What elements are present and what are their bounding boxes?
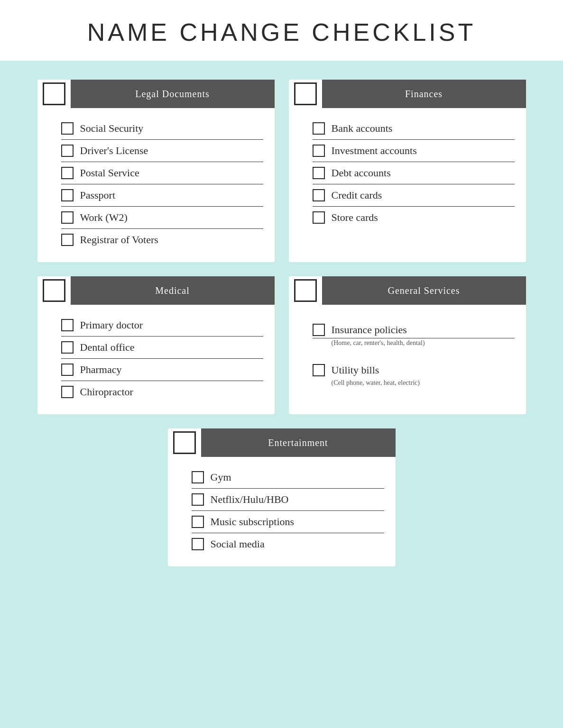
list-item: Netflix/Hulu/HBO — [192, 489, 384, 511]
item-checkbox[interactable] — [61, 319, 74, 331]
legal-documents-card: Legal Documents Social Security Driver's… — [37, 80, 275, 262]
entertainment-card: Entertainment Gym Netflix/Hulu/HBO Music… — [168, 428, 396, 566]
item-label: Driver's License — [80, 145, 148, 157]
list-item: Social Security — [61, 118, 263, 140]
item-label: Gym — [211, 471, 231, 483]
item-label: Dental office — [80, 341, 135, 354]
item-label: Music subscriptions — [211, 516, 295, 528]
item-sublabel: (Cell phone, water, heat, electric) — [332, 379, 515, 387]
list-item: Debt accounts — [313, 162, 515, 184]
list-item: Pharmacy — [61, 359, 263, 381]
item-checkbox[interactable] — [61, 386, 74, 398]
item-checkbox[interactable] — [313, 122, 325, 135]
medical-big-checkbox[interactable] — [37, 276, 71, 305]
item-checkbox[interactable] — [61, 234, 74, 246]
list-item: Work (W2) — [61, 207, 263, 229]
item-label: Social Security — [80, 122, 144, 135]
big-checkbox-box[interactable] — [43, 279, 65, 302]
item-checkbox[interactable] — [192, 471, 204, 483]
list-item: Utility bills — [313, 359, 515, 378]
item-checkbox[interactable] — [192, 516, 204, 528]
item-label: Primary doctor — [80, 319, 143, 331]
list-item: Social media — [192, 533, 384, 555]
list-item: Music subscriptions — [192, 511, 384, 533]
list-item-with-sub: Utility bills (Cell phone, water, heat, … — [313, 355, 515, 394]
medical-card: Medical Primary doctor Dental office Pha… — [37, 276, 275, 414]
general-services-header: General Services — [289, 276, 526, 305]
item-checkbox[interactable] — [313, 145, 325, 157]
big-checkbox-box[interactable] — [294, 279, 317, 302]
item-checkbox[interactable] — [313, 167, 325, 179]
item-label: Netflix/Hulu/HBO — [211, 493, 289, 506]
item-checkbox[interactable] — [313, 189, 325, 201]
item-checkbox[interactable] — [61, 145, 74, 157]
item-checkbox[interactable] — [61, 364, 74, 376]
item-label: Work (W2) — [80, 211, 128, 224]
item-checkbox[interactable] — [61, 341, 74, 354]
item-label: Chiropractor — [80, 386, 133, 398]
general-services-card: General Services Insurance policies (Hom… — [289, 276, 526, 414]
medical-title: Medical — [71, 276, 275, 305]
medical-items: Primary doctor Dental office Pharmacy Ch… — [37, 314, 275, 403]
item-checkbox[interactable] — [61, 167, 74, 179]
title-section: NAME CHANGE CHECKLIST — [0, 0, 563, 61]
general-services-title: General Services — [322, 276, 526, 305]
item-checkbox[interactable] — [313, 211, 325, 224]
entertainment-title: Entertainment — [201, 428, 396, 457]
finances-title: Finances — [322, 80, 526, 108]
list-item: Store cards — [313, 207, 515, 228]
list-item: Chiropractor — [61, 381, 263, 403]
entertainment-big-checkbox[interactable] — [168, 428, 201, 457]
big-checkbox-box[interactable] — [43, 82, 65, 105]
item-label: Utility bills — [332, 364, 379, 376]
list-item: Driver's License — [61, 140, 263, 162]
item-label: Debt accounts — [332, 167, 391, 179]
item-checkbox[interactable] — [192, 493, 204, 506]
general-services-big-checkbox[interactable] — [289, 276, 322, 305]
list-item: Insurance policies — [313, 319, 515, 338]
item-label: Social media — [211, 538, 265, 550]
list-item: Primary doctor — [61, 314, 263, 337]
item-label: Bank accounts — [332, 122, 393, 135]
item-checkbox[interactable] — [61, 211, 74, 224]
entertainment-items: Gym Netflix/Hulu/HBO Music subscriptions… — [168, 466, 396, 555]
item-label: Postal Service — [80, 167, 139, 179]
list-item: Postal Service — [61, 162, 263, 184]
main-content: Legal Documents Social Security Driver's… — [0, 80, 563, 595]
item-checkbox[interactable] — [61, 189, 74, 201]
item-label: Passport — [80, 189, 116, 201]
item-checkbox[interactable] — [61, 122, 74, 135]
item-label: Insurance policies — [332, 324, 407, 336]
big-checkbox-box[interactable] — [294, 82, 317, 105]
item-checkbox[interactable] — [313, 324, 325, 336]
finances-big-checkbox[interactable] — [289, 80, 322, 108]
big-checkbox-box[interactable] — [173, 431, 196, 454]
item-checkbox[interactable] — [313, 364, 325, 376]
list-item: Passport — [61, 184, 263, 207]
list-item: Credit cards — [313, 184, 515, 207]
list-item-with-sub: Insurance policies (Home, car, renter's,… — [313, 314, 515, 355]
legal-documents-header: Legal Documents — [37, 80, 275, 108]
list-item: Gym — [192, 466, 384, 489]
legal-documents-title: Legal Documents — [71, 80, 275, 108]
finances-header: Finances — [289, 80, 526, 108]
row-3: Entertainment Gym Netflix/Hulu/HBO Music… — [28, 428, 535, 566]
item-label: Pharmacy — [80, 364, 122, 376]
medical-header: Medical — [37, 276, 275, 305]
entertainment-header: Entertainment — [168, 428, 396, 457]
list-item: Investment accounts — [313, 140, 515, 162]
item-checkbox[interactable] — [192, 538, 204, 550]
item-label: Registrar of Voters — [80, 234, 158, 246]
finances-items: Bank accounts Investment accounts Debt a… — [289, 118, 526, 228]
item-label: Investment accounts — [332, 145, 417, 157]
finances-card: Finances Bank accounts Investment accoun… — [289, 80, 526, 262]
row-2: Medical Primary doctor Dental office Pha… — [28, 276, 535, 414]
general-services-items: Insurance policies (Home, car, renter's,… — [289, 314, 526, 394]
page-title: NAME CHANGE CHECKLIST — [9, 18, 554, 46]
item-label: Store cards — [332, 211, 378, 224]
list-item: Registrar of Voters — [61, 229, 263, 251]
list-item: Dental office — [61, 337, 263, 359]
legal-documents-big-checkbox[interactable] — [37, 80, 71, 108]
item-label: Credit cards — [332, 189, 382, 201]
legal-documents-items: Social Security Driver's License Postal … — [37, 118, 275, 251]
